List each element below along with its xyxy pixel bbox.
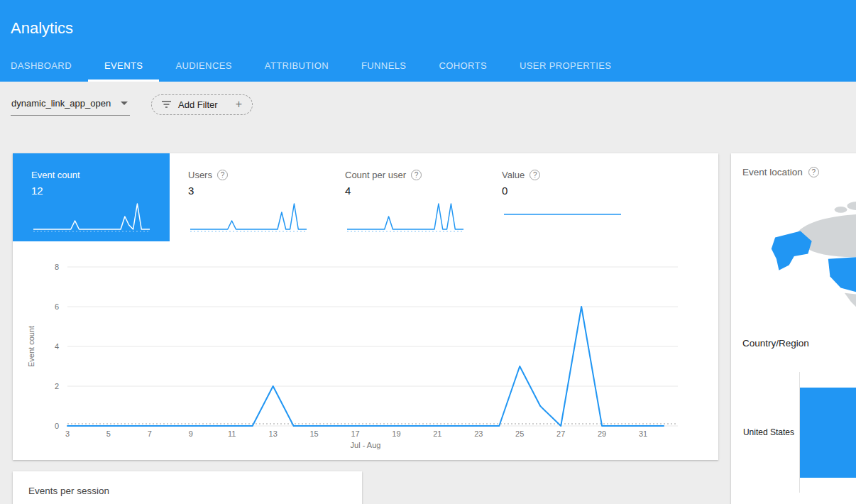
united-states-bar[interactable] [800,388,856,478]
event-selector-dropdown[interactable]: dynamic_link_app_open [11,93,130,116]
metric-label: Users [188,170,212,180]
event-count-chart: 0246835791113151719212325272931Jul - Aug… [21,248,703,456]
metric-label: Value [502,170,525,180]
tab-cohorts[interactable]: COHORTS [439,60,487,82]
page-title: Analytics [0,0,856,38]
metric-value: 3 [188,185,308,197]
svg-text:19: 19 [392,429,400,438]
help-icon[interactable]: ? [217,170,228,180]
events-per-session-title: Events per session [13,471,362,496]
svg-text:15: 15 [309,429,318,438]
sparkline-event-count [31,199,153,236]
plus-icon: + [236,99,242,109]
svg-text:21: 21 [433,429,441,438]
svg-text:Jul - Aug: Jul - Aug [351,441,381,449]
filter-icon [161,100,172,109]
svg-text:27: 27 [556,429,565,438]
svg-text:25: 25 [515,429,524,438]
sparkline-users [188,199,310,236]
svg-text:29: 29 [598,429,606,438]
event-count-chart-area: 0246835791113151719212325272931Jul - Aug… [13,241,718,456]
event-location-title: Event location [742,167,803,177]
sparkline-count-per-user [345,199,467,236]
sparkline-value [502,199,624,236]
tab-user-properties[interactable]: USER PROPERTIES [520,60,611,82]
event-location-map [731,183,856,319]
svg-text:0: 0 [55,422,59,430]
add-filter-button[interactable]: Add Filter + [151,94,253,115]
events-chart-card: Event count 12 Users ? 3 Count per user … [13,153,718,460]
svg-text:4: 4 [55,342,59,351]
tab-attribution[interactable]: ATTRIBUTION [265,60,329,82]
metric-value: 12 [31,185,151,197]
help-icon[interactable]: ? [411,170,422,180]
svg-text:17: 17 [351,429,359,438]
geo-bar-axis [799,372,856,493]
events-per-session-card: Events per session [13,471,362,504]
metric-value: 4 [345,185,465,197]
metric-value: 0 [502,185,622,197]
geo-bar-row: United States [731,372,856,493]
metric-label: Event count [31,170,80,180]
country-region-header: Country/Region [742,338,856,349]
metric-label: Count per user [345,170,406,180]
metric-card-count-per-user[interactable]: Count per user ? 4 [327,153,483,241]
filter-bar: dynamic_link_app_open Add Filter + [11,93,253,116]
metric-tabs: Event count 12 Users ? 3 Count per user … [13,153,718,241]
nav-tabs: DASHBOARD EVENTS AUDIENCES ATTRIBUTION F… [11,60,856,82]
country-label: United States [731,427,799,437]
svg-text:2: 2 [55,382,59,390]
help-icon[interactable]: ? [529,170,540,180]
svg-text:3: 3 [65,429,70,438]
metric-card-event-count[interactable]: Event count 12 [13,153,170,241]
event-location-card: Event location ? Country/Region United S… [731,153,856,504]
svg-text:7: 7 [148,429,152,438]
svg-text:Event count: Event count [27,326,35,367]
north-america-map [770,183,856,319]
svg-text:9: 9 [189,429,193,438]
tab-dashboard[interactable]: DASHBOARD [11,60,72,82]
app-header: Analytics DASHBOARD EVENTS AUDIENCES ATT… [0,0,856,82]
metric-card-value[interactable]: Value ? 0 [483,153,640,241]
metric-card-users[interactable]: Users ? 3 [170,153,327,241]
svg-text:6: 6 [55,302,59,311]
add-filter-label: Add Filter [178,99,218,110]
tab-funnels[interactable]: FUNNELS [361,60,406,82]
svg-text:5: 5 [106,429,111,438]
svg-text:23: 23 [474,429,483,438]
svg-text:8: 8 [55,263,59,271]
tab-audiences[interactable]: AUDIENCES [175,60,231,82]
svg-text:31: 31 [639,429,647,438]
tab-events[interactable]: EVENTS [104,60,143,82]
svg-text:13: 13 [269,429,278,438]
help-icon[interactable]: ? [808,167,819,177]
caret-down-icon [121,102,128,105]
svg-text:11: 11 [228,429,236,438]
event-selector-value: dynamic_link_app_open [11,98,111,109]
